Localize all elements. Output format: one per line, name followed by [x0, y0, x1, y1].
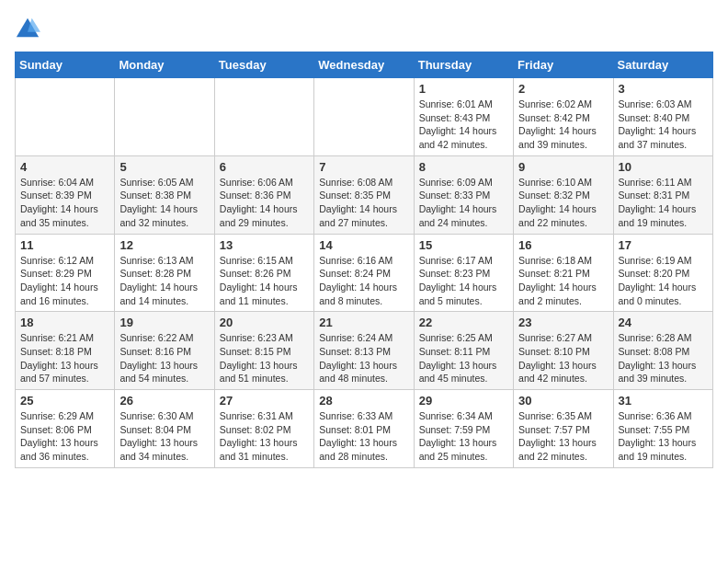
day-cell: 31Sunrise: 6:36 AM Sunset: 7:55 PM Dayli… — [613, 390, 712, 468]
day-cell: 23Sunrise: 6:27 AM Sunset: 8:10 PM Dayli… — [514, 312, 613, 390]
day-info: Sunrise: 6:16 AM Sunset: 8:24 PM Dayligh… — [319, 254, 408, 308]
day-number: 13 — [220, 238, 309, 252]
day-number: 6 — [220, 160, 309, 174]
day-cell: 3Sunrise: 6:03 AM Sunset: 8:40 PM Daylig… — [613, 78, 712, 156]
day-cell: 19Sunrise: 6:22 AM Sunset: 8:16 PM Dayli… — [115, 312, 214, 390]
day-number: 29 — [419, 394, 508, 408]
day-header-friday: Friday — [514, 52, 613, 78]
day-cell: 1Sunrise: 6:01 AM Sunset: 8:43 PM Daylig… — [414, 78, 513, 156]
day-number: 25 — [20, 394, 109, 408]
day-number: 17 — [619, 238, 708, 252]
day-header-saturday: Saturday — [613, 52, 712, 78]
day-number: 3 — [619, 82, 708, 96]
day-info: Sunrise: 6:29 AM Sunset: 8:06 PM Dayligh… — [20, 409, 109, 464]
day-info: Sunrise: 6:35 AM Sunset: 7:57 PM Dayligh… — [518, 409, 608, 464]
day-cell: 12Sunrise: 6:13 AM Sunset: 8:28 PM Dayli… — [115, 234, 214, 312]
day-number: 11 — [20, 238, 109, 252]
day-info: Sunrise: 6:01 AM Sunset: 8:43 PM Dayligh… — [419, 98, 508, 152]
day-info: Sunrise: 6:28 AM Sunset: 8:08 PM Dayligh… — [619, 331, 708, 385]
day-info: Sunrise: 6:19 AM Sunset: 8:20 PM Dayligh… — [619, 254, 708, 308]
day-cell: 13Sunrise: 6:15 AM Sunset: 8:26 PM Dayli… — [214, 234, 313, 312]
day-cell: 7Sunrise: 6:08 AM Sunset: 8:35 PM Daylig… — [314, 155, 414, 234]
week-row-5: 25Sunrise: 6:29 AM Sunset: 8:06 PM Dayli… — [16, 390, 713, 468]
day-info: Sunrise: 6:25 AM Sunset: 8:11 PM Dayligh… — [419, 331, 508, 385]
day-info: Sunrise: 6:34 AM Sunset: 7:59 PM Dayligh… — [419, 409, 508, 464]
day-cell: 29Sunrise: 6:34 AM Sunset: 7:59 PM Dayli… — [414, 390, 513, 468]
day-info: Sunrise: 6:36 AM Sunset: 7:55 PM Dayligh… — [619, 409, 708, 464]
day-cell — [214, 78, 313, 156]
day-number: 15 — [419, 238, 508, 252]
day-header-monday: Monday — [115, 52, 214, 78]
day-number: 14 — [319, 238, 408, 252]
day-info: Sunrise: 6:08 AM Sunset: 8:35 PM Dayligh… — [319, 176, 408, 230]
day-cell: 17Sunrise: 6:19 AM Sunset: 8:20 PM Dayli… — [613, 234, 712, 312]
calendar-header-row: SundayMondayTuesdayWednesdayThursdayFrid… — [16, 52, 713, 78]
week-row-1: 1Sunrise: 6:01 AM Sunset: 8:43 PM Daylig… — [16, 78, 713, 156]
day-number: 22 — [419, 316, 508, 329]
day-number: 24 — [619, 316, 708, 329]
day-number: 18 — [20, 316, 109, 329]
day-number: 5 — [119, 160, 209, 174]
day-number: 19 — [119, 316, 209, 329]
day-header-tuesday: Tuesday — [214, 52, 313, 78]
week-row-2: 4Sunrise: 6:04 AM Sunset: 8:39 PM Daylig… — [16, 155, 713, 234]
day-info: Sunrise: 6:12 AM Sunset: 8:29 PM Dayligh… — [20, 254, 109, 308]
day-number: 23 — [518, 316, 608, 329]
day-header-thursday: Thursday — [414, 52, 513, 78]
logo — [15, 15, 44, 40]
day-info: Sunrise: 6:23 AM Sunset: 8:15 PM Dayligh… — [220, 331, 309, 385]
day-info: Sunrise: 6:10 AM Sunset: 8:32 PM Dayligh… — [518, 176, 608, 230]
day-info: Sunrise: 6:13 AM Sunset: 8:28 PM Dayligh… — [119, 254, 209, 308]
day-cell: 30Sunrise: 6:35 AM Sunset: 7:57 PM Dayli… — [514, 390, 613, 468]
day-number: 21 — [319, 316, 408, 329]
day-info: Sunrise: 6:24 AM Sunset: 8:13 PM Dayligh… — [319, 331, 408, 385]
day-number: 8 — [419, 160, 508, 174]
day-info: Sunrise: 6:09 AM Sunset: 8:33 PM Dayligh… — [419, 176, 508, 230]
day-cell: 8Sunrise: 6:09 AM Sunset: 8:33 PM Daylig… — [414, 155, 513, 234]
day-number: 7 — [319, 160, 408, 174]
day-cell: 24Sunrise: 6:28 AM Sunset: 8:08 PM Dayli… — [613, 312, 712, 390]
day-cell: 16Sunrise: 6:18 AM Sunset: 8:21 PM Dayli… — [514, 234, 613, 312]
day-number: 2 — [518, 82, 608, 96]
day-cell: 20Sunrise: 6:23 AM Sunset: 8:15 PM Dayli… — [214, 312, 313, 390]
day-cell: 18Sunrise: 6:21 AM Sunset: 8:18 PM Dayli… — [16, 312, 115, 390]
day-cell: 26Sunrise: 6:30 AM Sunset: 8:04 PM Dayli… — [115, 390, 214, 468]
day-cell — [314, 78, 414, 156]
day-info: Sunrise: 6:27 AM Sunset: 8:10 PM Dayligh… — [518, 331, 608, 385]
day-info: Sunrise: 6:06 AM Sunset: 8:36 PM Dayligh… — [220, 176, 309, 230]
day-cell: 5Sunrise: 6:05 AM Sunset: 8:38 PM Daylig… — [115, 155, 214, 234]
day-info: Sunrise: 6:11 AM Sunset: 8:31 PM Dayligh… — [619, 176, 708, 230]
day-number: 26 — [119, 394, 209, 408]
day-cell — [115, 78, 214, 156]
day-info: Sunrise: 6:31 AM Sunset: 8:02 PM Dayligh… — [220, 409, 309, 464]
day-number: 28 — [319, 394, 408, 408]
day-info: Sunrise: 6:04 AM Sunset: 8:39 PM Dayligh… — [20, 176, 109, 230]
day-cell: 2Sunrise: 6:02 AM Sunset: 8:42 PM Daylig… — [514, 78, 613, 156]
calendar: SundayMondayTuesdayWednesdayThursdayFrid… — [15, 52, 713, 468]
day-cell: 14Sunrise: 6:16 AM Sunset: 8:24 PM Dayli… — [314, 234, 414, 312]
day-cell — [16, 78, 115, 156]
day-info: Sunrise: 6:15 AM Sunset: 8:26 PM Dayligh… — [220, 254, 309, 308]
day-number: 10 — [619, 160, 708, 174]
day-cell: 25Sunrise: 6:29 AM Sunset: 8:06 PM Dayli… — [16, 390, 115, 468]
week-row-4: 18Sunrise: 6:21 AM Sunset: 8:18 PM Dayli… — [16, 312, 713, 390]
day-info: Sunrise: 6:03 AM Sunset: 8:40 PM Dayligh… — [619, 98, 708, 152]
day-number: 12 — [119, 238, 209, 252]
day-header-wednesday: Wednesday — [314, 52, 414, 78]
day-cell: 27Sunrise: 6:31 AM Sunset: 8:02 PM Dayli… — [214, 390, 313, 468]
day-info: Sunrise: 6:21 AM Sunset: 8:18 PM Dayligh… — [20, 331, 109, 385]
day-cell: 9Sunrise: 6:10 AM Sunset: 8:32 PM Daylig… — [514, 155, 613, 234]
day-info: Sunrise: 6:17 AM Sunset: 8:23 PM Dayligh… — [419, 254, 508, 308]
day-cell: 21Sunrise: 6:24 AM Sunset: 8:13 PM Dayli… — [314, 312, 414, 390]
day-info: Sunrise: 6:02 AM Sunset: 8:42 PM Dayligh… — [518, 98, 608, 152]
day-number: 1 — [419, 82, 508, 96]
day-info: Sunrise: 6:33 AM Sunset: 8:01 PM Dayligh… — [319, 409, 408, 464]
day-number: 31 — [619, 394, 708, 408]
day-number: 30 — [518, 394, 608, 408]
day-number: 4 — [20, 160, 109, 174]
logo-icon — [15, 15, 40, 40]
day-cell: 4Sunrise: 6:04 AM Sunset: 8:39 PM Daylig… — [16, 155, 115, 234]
day-cell: 10Sunrise: 6:11 AM Sunset: 8:31 PM Dayli… — [613, 155, 712, 234]
page-header — [15, 15, 713, 40]
day-number: 16 — [518, 238, 608, 252]
